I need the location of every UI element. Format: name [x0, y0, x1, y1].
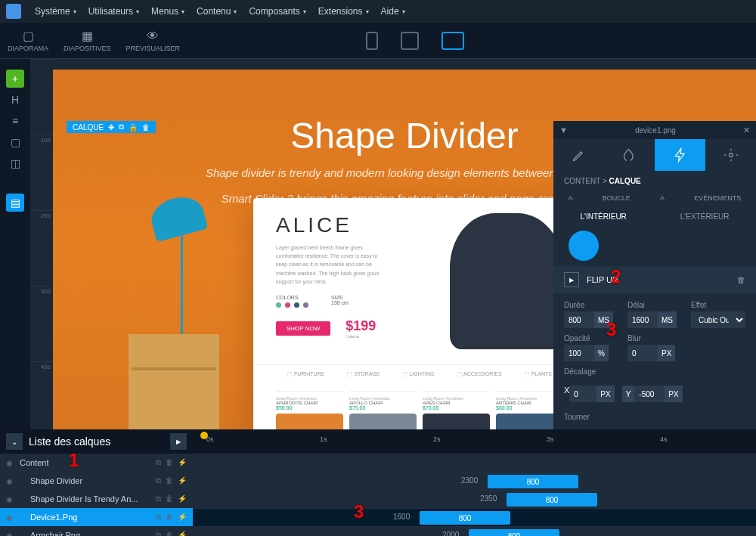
visibility-icon[interactable]: ◉	[6, 477, 15, 485]
tab-animation[interactable]	[655, 139, 705, 171]
tab-edit[interactable]	[553, 139, 604, 171]
lock-icon[interactable]: 🔒	[129, 123, 138, 132]
menu-contenu[interactable]: Contenu	[191, 6, 243, 17]
breadcrumb: CONTENT > CALQUE	[553, 171, 756, 191]
timeline-bar[interactable]: 800	[507, 493, 597, 507]
trash-icon[interactable]: 🗑	[166, 494, 173, 503]
layer-item[interactable]: ◉Device1.Png⧉🗑⚡	[0, 508, 193, 526]
layout-tool[interactable]: ▤	[6, 194, 24, 212]
layers-title: Liste des calques	[29, 435, 110, 448]
product-card[interactable]: ALICE Layer glazed bent beech frame give…	[253, 198, 586, 429]
joomla-logo[interactable]	[6, 4, 21, 19]
opacite-input[interactable]	[564, 345, 594, 361]
align-tool[interactable]: ≡	[6, 112, 24, 130]
previsualiser-button[interactable]: 👁PRÉVISUALISER	[119, 23, 188, 58]
timeline-row[interactable]: 2000800	[193, 526, 756, 536]
menu-composants[interactable]: Composants	[243, 6, 311, 17]
layer-badge[interactable]: CALQUE ✥ ⧉ 🔒 🗑	[67, 121, 156, 133]
delete-animation-icon[interactable]: 🗑	[737, 275, 745, 284]
duplicate-icon[interactable]: ⧉	[119, 122, 124, 132]
timeline-row[interactable]: 2350800	[193, 490, 756, 508]
panel-title: device1.png	[568, 126, 743, 135]
filter-icon[interactable]: ▼	[559, 125, 568, 135]
offset-x-input[interactable]	[569, 386, 596, 402]
timeline-bar[interactable]: 800	[469, 529, 559, 536]
menu-aide[interactable]: Aide	[375, 6, 411, 17]
timeline[interactable]: 0s1s2s3s4s 2300800235080016008002000800	[193, 429, 756, 536]
timeline-bar[interactable]: 800	[420, 511, 510, 525]
tab-settings[interactable]	[705, 139, 756, 171]
trash-icon[interactable]: 🗑	[166, 531, 173, 536]
flash-icon[interactable]: ⚡	[178, 476, 187, 485]
editor-toolbar: ▢DIAPORAMA ▦DIAPOSITIVES 👁PRÉVISUALISER	[0, 23, 756, 59]
annotation-3: 3	[354, 501, 364, 522]
device-mobile[interactable]	[366, 32, 378, 50]
blur-input[interactable]	[627, 345, 658, 361]
grid-icon: ▦	[82, 29, 93, 43]
collapse-layers-button[interactable]: ⌄	[6, 433, 23, 450]
trash-icon[interactable]: 🗑	[166, 458, 173, 467]
properties-panel: ▼ device1.png ✕ CONTENT > CALQUE ABOUCLE…	[553, 121, 756, 429]
menu-système[interactable]: Système	[29, 6, 82, 17]
menu-menus[interactable]: Menus	[145, 6, 191, 17]
device-tablet[interactable]	[401, 32, 419, 50]
duplicate-icon[interactable]: ⧉	[156, 531, 161, 536]
visibility-icon[interactable]: ◉	[6, 531, 15, 537]
decalage-label: Décalage	[564, 367, 745, 376]
duree-label: Durée	[564, 301, 618, 309]
flash-icon[interactable]: ⚡	[178, 458, 187, 467]
button-tool[interactable]: ◫	[6, 154, 24, 172]
duree-input[interactable]	[564, 311, 594, 328]
close-icon[interactable]: ✕	[743, 125, 750, 135]
flash-icon[interactable]: ⚡	[178, 494, 187, 503]
armchair-image	[450, 213, 563, 349]
layer-item[interactable]: ◉Shape Divider⧉🗑⚡	[0, 472, 193, 490]
visibility-icon[interactable]: ◉	[6, 459, 15, 467]
layers-panel: ⌄ Liste des calques ▶ ◉Content⧉🗑⚡◉Shape …	[0, 429, 193, 536]
trash-icon[interactable]: 🗑	[142, 123, 150, 132]
menu-extensions[interactable]: Extensions	[312, 6, 375, 17]
annotation-1: 1	[69, 450, 79, 471]
diaporama-button[interactable]: ▢DIAPORAMA	[0, 23, 56, 58]
trash-icon[interactable]: 🗑	[166, 476, 173, 485]
layer-item[interactable]: ◉Armchair.Png⧉🗑⚡	[0, 526, 193, 536]
duplicate-icon[interactable]: ⧉	[156, 513, 161, 522]
menu-utilisateurs[interactable]: Utilisateurs	[82, 6, 145, 17]
timeline-row[interactable]: 1600800	[193, 508, 756, 526]
effet-select[interactable]: Cubic Out	[691, 311, 745, 328]
ruler-horizontal	[53, 59, 756, 70]
timeline-row[interactable]: 2300800	[193, 472, 756, 490]
heading-tool[interactable]: H	[6, 91, 24, 109]
animation-type-button[interactable]	[569, 231, 599, 261]
lamp-graphic	[151, 198, 212, 349]
annotation-2: 2	[611, 266, 621, 287]
visibility-icon[interactable]: ◉	[6, 513, 15, 522]
product-thumbnails: Living Room | ArmchairsAPHRODITE CHAIR$9…	[253, 383, 586, 429]
sub-interieur[interactable]: L'INTÉRIEUR	[574, 209, 632, 224]
shop-now-button[interactable]: SHOP NOW	[276, 321, 330, 336]
top-menu-bar: SystèmeUtilisateursMenusContenuComposant…	[0, 0, 756, 23]
play-timeline-button[interactable]: ▶	[170, 433, 187, 450]
play-animation-button[interactable]: ▶	[564, 272, 579, 287]
sub-exterieur[interactable]: L'EXTÉRIEUR	[674, 209, 736, 224]
ruler-vertical: 100200300400	[30, 59, 53, 429]
device-desktop[interactable]	[442, 32, 464, 50]
add-button[interactable]: +	[6, 70, 24, 88]
flash-icon[interactable]: ⚡	[178, 531, 187, 536]
offset-y-input[interactable]	[634, 386, 665, 402]
duplicate-icon[interactable]: ⧉	[156, 458, 161, 467]
layer-item[interactable]: ◉Content⧉🗑⚡	[0, 454, 193, 472]
delai-input[interactable]	[627, 311, 658, 328]
flash-icon[interactable]: ⚡	[178, 513, 187, 522]
duplicate-icon[interactable]: ⧉	[156, 494, 161, 503]
tab-style[interactable]	[604, 139, 655, 171]
timeline-section: ⌄ Liste des calques ▶ ◉Content⧉🗑⚡◉Shape …	[0, 429, 756, 536]
colors-label: COLORS	[276, 295, 308, 300]
duplicate-icon[interactable]: ⧉	[156, 476, 161, 485]
layer-item[interactable]: ◉Shape Divider Is Trendy An...⧉🗑⚡	[0, 490, 193, 508]
diapositives-button[interactable]: ▦DIAPOSITIVES	[56, 23, 119, 58]
image-tool[interactable]: ▢	[6, 133, 24, 151]
trash-icon[interactable]: 🗑	[166, 513, 173, 522]
timeline-bar[interactable]: 800	[488, 475, 578, 488]
visibility-icon[interactable]: ◉	[6, 495, 15, 503]
